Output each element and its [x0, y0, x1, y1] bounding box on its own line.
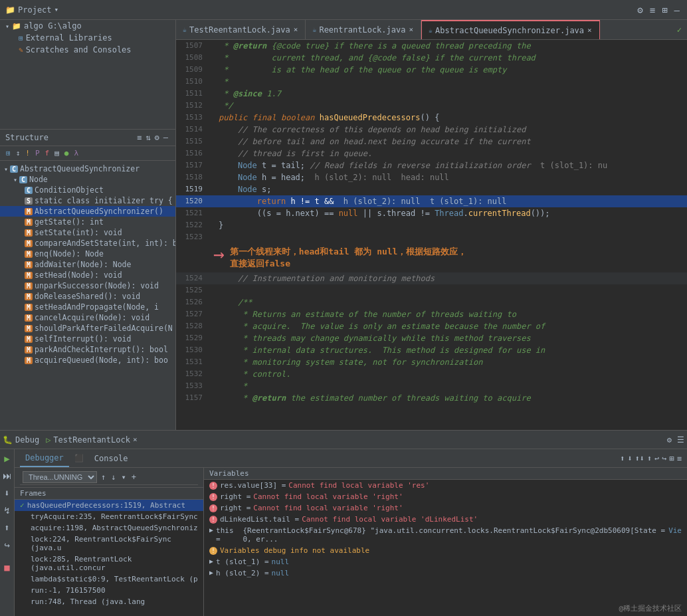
struct-tool-5[interactable]: f: [43, 148, 52, 158]
var-view-link[interactable]: Vie: [668, 526, 682, 535]
code-line-1529: 1529 * threads may change dynamically wh…: [176, 332, 687, 344]
var-item-2[interactable]: ! right = Cannot find local variable 'ri…: [204, 502, 687, 514]
struct-item-dorelease[interactable]: M doReleaseShared(): void: [0, 291, 175, 302]
top-bar-expand-btn[interactable]: ⊞: [660, 3, 669, 17]
struct-cond-label: ConditionObject: [35, 185, 104, 195]
struct-settings-btn[interactable]: ⚙: [153, 132, 161, 143]
var-item-t[interactable]: ▶ t (slot_1) = null: [204, 556, 687, 567]
frame-filter-btn[interactable]: ▾: [120, 472, 127, 482]
frame-label-5: lambda$static$0:9, TestReentantLock (p: [20, 575, 198, 583]
top-bar-minimize-btn[interactable]: —: [672, 3, 682, 17]
struct-item-cond[interactable]: C ConditionObject: [0, 185, 175, 195]
struct-tool-1[interactable]: ⊞: [4, 148, 13, 158]
struct-align-btn[interactable]: ≡: [135, 132, 144, 143]
sub-tab-console[interactable]: Console: [89, 449, 134, 467]
resume-btn[interactable]: ▶: [3, 452, 11, 465]
struct-addwaiter-label: addWaiter(Node): Node: [35, 260, 131, 269]
struct-item-selfinterrupt[interactable]: M selfInterrupt(): void: [0, 334, 175, 344]
tab-close-2[interactable]: ×: [408, 25, 414, 35]
struct-sort-btn[interactable]: ⇅: [144, 132, 152, 143]
tab-close-1[interactable]: ×: [293, 25, 299, 35]
run-to-cursor-btn[interactable]: ↪: [3, 538, 11, 552]
dbg-btn-1[interactable]: ⬆: [620, 454, 625, 463]
step-over-btn[interactable]: ⏭: [1, 469, 13, 482]
struct-item-cas[interactable]: M compareAndSetState(int, int): b: [0, 238, 175, 249]
struct-tool-3[interactable]: !: [23, 148, 32, 158]
struct-item-unpark[interactable]: M unparkSuccessor(Node): void: [0, 280, 175, 291]
frame-item-6[interactable]: run:-1, 716157500: [15, 585, 203, 596]
debug-tab-test[interactable]: ▷ TestReentantLock ×: [42, 435, 141, 445]
frame-item-2[interactable]: acquire:1198, AbstractQueuedSynchroniz: [15, 522, 203, 534]
scratches-label: Scratches and Consoles: [26, 45, 132, 54]
frame-item-0[interactable]: ✓ hasQueuedPredecessors:1519, Abstract: [15, 500, 203, 511]
var-item-this[interactable]: ▶ this = {ReentrantLock$FairSync@678} "j…: [204, 525, 687, 545]
dbg-btn-7[interactable]: ⊞: [670, 454, 674, 463]
struct-item-sethead[interactable]: M setHead(Node): void: [0, 270, 175, 280]
struct-tool-6[interactable]: ▤: [52, 148, 61, 158]
struct-item-getstate[interactable]: M getState(): int: [0, 217, 175, 227]
struct-cas-label: compareAndSetState(int, int): b: [35, 239, 175, 248]
code-editor[interactable]: 1507 * @return {@code true} if there is …: [176, 40, 687, 430]
frame-add-btn[interactable]: +: [130, 472, 138, 482]
debug-settings-btn[interactable]: ⚙: [667, 435, 672, 445]
frame-item-3[interactable]: lock:224, ReentrantLock$FairSync (java.u: [15, 534, 203, 554]
var-item-h[interactable]: ▶ h (slot_2) = null: [204, 567, 687, 579]
step-into-btn[interactable]: ⬇: [3, 486, 11, 500]
dbg-btn-2[interactable]: ⬇: [627, 454, 632, 463]
red-arrow-icon: →: [213, 243, 225, 265]
frame-item-5[interactable]: lambda$static$0:9, TestReentantLock (p: [15, 573, 203, 585]
frame-item-4[interactable]: lock:285, ReentrantLock (java.util.concu…: [15, 554, 203, 573]
frame-item-7[interactable]: run:748, Thread (java.lang: [15, 596, 203, 607]
debug-settings-btn2[interactable]: ☰: [677, 435, 684, 445]
thread-dropdown[interactable]: Threa...UNNING: [23, 471, 97, 483]
struct-item-shouldpark[interactable]: M shouldParkAfterFailedAcquire(N: [0, 323, 175, 334]
project-dropdown-icon[interactable]: ▾: [54, 5, 59, 14]
struct-tool-8[interactable]: λ: [72, 148, 80, 158]
struct-tool-4[interactable]: P: [33, 148, 42, 158]
struct-item-acquirequeued[interactable]: M acquireQueued(Node, int): boo: [0, 355, 175, 365]
struct-item-setstate[interactable]: M setState(int): void: [0, 227, 175, 238]
code-line-1516: 1516 // thread is first in queue.: [176, 148, 687, 159]
sub-tab-debugger[interactable]: Debugger: [20, 449, 69, 467]
frame-item-1[interactable]: tryAcquire:235, ReentrantLock$FairSync: [15, 511, 203, 522]
struct-item-parkcheck[interactable]: M parkAndCheckInterrupt(): bool: [0, 344, 175, 355]
step-out-btn[interactable]: ⬆: [3, 521, 11, 534]
struct-item-setheadprop[interactable]: M setHeadAndPropagate(Node, i: [0, 302, 175, 312]
debug-test-close[interactable]: ×: [133, 435, 138, 444]
tab-testreentant[interactable]: ☕ TestReentantLock.java ×: [176, 20, 306, 39]
struct-item-ctor[interactable]: M AbstractQueuedSynchronizer(): [0, 206, 175, 217]
var-item-3[interactable]: ! dLinkedList.tail = Cannot find local v…: [204, 514, 687, 525]
struct-item-node[interactable]: ▾ C Node: [0, 174, 175, 185]
tab-reentrantlock[interactable]: ☕ ReentrantLock.java ×: [306, 20, 421, 39]
dbg-btn-5[interactable]: ↩: [654, 454, 659, 463]
struct-tool-7[interactable]: ●: [62, 148, 71, 158]
frame-label-2: acquire:1198, AbstractQueuedSynchroniz: [20, 524, 198, 532]
struct-item-addwaiter[interactable]: M addWaiter(Node): Node: [0, 259, 175, 270]
dbg-btn-3[interactable]: ⬆⬇: [635, 454, 644, 463]
tab-aqs[interactable]: ☕ AbstractQueuedSynchronizer.java ×: [421, 20, 600, 39]
tab-close-3[interactable]: ×: [587, 25, 593, 35]
top-bar-settings-btn[interactable]: ⚙: [635, 3, 644, 17]
struct-tool-2[interactable]: ↕: [14, 148, 23, 158]
struct-item-cancel[interactable]: M cancelAcquire(Node): void: [0, 312, 175, 323]
dbg-btn-8[interactable]: ≡: [677, 454, 682, 463]
var-item-0[interactable]: ! res.value[33] = Cannot find local vari…: [204, 480, 687, 491]
force-step-btn[interactable]: ↯: [3, 504, 11, 517]
struct-minimize-btn[interactable]: —: [161, 132, 170, 143]
frame-nav-up[interactable]: ↑: [100, 472, 107, 482]
dbg-btn-6[interactable]: ↪: [662, 454, 666, 463]
dbg-btn-4[interactable]: ⬆: [647, 454, 652, 463]
var-item-1[interactable]: ! right = Cannot find local variable 'ri…: [204, 491, 687, 502]
struct-item-enq[interactable]: M enq(Node): Node: [0, 249, 175, 259]
struct-badge-m4: M: [25, 240, 33, 247]
var-expand-icon-h: ▶: [209, 569, 213, 576]
top-bar-list-btn[interactable]: ≡: [648, 3, 657, 17]
frame-nav-down[interactable]: ↓: [110, 472, 117, 482]
struct-item-static[interactable]: S static class initializer try {: [0, 195, 175, 206]
project-root-item[interactable]: ▾ 📁 algo G:\algo: [0, 20, 175, 32]
console-icon: ⬛: [74, 454, 84, 462]
external-libraries-item[interactable]: ⊞ External Libraries: [0, 32, 175, 44]
scratches-item[interactable]: ✎ Scratches and Consoles: [0, 44, 175, 56]
stop-btn[interactable]: ■: [3, 561, 11, 574]
struct-item-aqs[interactable]: ▾ C AbstractQueuedSynchronizer: [0, 163, 175, 174]
